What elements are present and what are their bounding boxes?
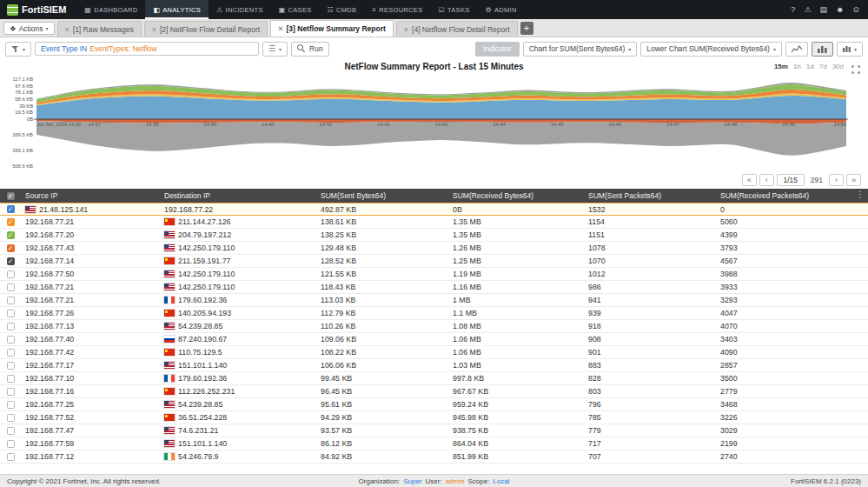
chart-controls: Indicator Chart for SUM(Sent Bytes64) ▾ … [475, 42, 863, 57]
preset-15m[interactable]: 15m [774, 63, 788, 70]
nav-item-cases[interactable]: ▣CASES [271, 0, 320, 19]
col-destination-ip[interactable]: Destination IP [160, 189, 316, 203]
table-row[interactable]: 192.168.77.26140.205.94.193112.79 KB1.1 … [0, 307, 868, 320]
row-checkbox[interactable] [7, 427, 15, 435]
preset-1h[interactable]: 1h [793, 63, 801, 70]
table-row[interactable]: 192.168.77.17151.101.1.140106.06 KB1.03 … [0, 359, 868, 372]
first-page-button[interactable]: « [742, 174, 757, 186]
run-button[interactable]: Run [291, 42, 329, 57]
table-row[interactable]: ✓192.168.77.21211.144.27.126138.61 KB1.3… [0, 216, 868, 229]
table-row[interactable]: 192.168.77.21142.250.179.110118.43 KB1.1… [0, 281, 868, 294]
row-checkbox[interactable]: ✓ [7, 205, 15, 213]
chart-options-button[interactable]: ▾ [837, 42, 863, 57]
add-tab-button[interactable]: + [520, 22, 533, 35]
nav-item-analytics[interactable]: ◧ANALYTICS [145, 0, 209, 19]
row-checkbox[interactable] [7, 440, 15, 448]
row-checkbox[interactable] [7, 375, 15, 383]
row-checkbox[interactable] [7, 284, 15, 291]
tab-4[interactable]: ×[4] Netflow Flow Detail Report [396, 21, 518, 37]
query-input[interactable]: Event Type IN EventTypes: Netflow [35, 42, 259, 56]
row-checkbox[interactable] [7, 270, 15, 278]
nav-item-dashboard[interactable]: ▦DASHBOARD [76, 0, 145, 19]
preset-7d[interactable]: 7d [819, 63, 827, 70]
next-page-button[interactable]: › [829, 174, 844, 186]
table-row[interactable]: 192.168.77.16112.226.252.23196.45 KB967.… [0, 385, 868, 398]
table-row[interactable]: 192.168.77.21179.60.192.36113.03 KB1 MB9… [0, 294, 868, 307]
power-icon[interactable]: ⊙ [852, 5, 859, 14]
org-value[interactable]: Super [403, 477, 421, 485]
chart-area[interactable]: 117.1 KB97.6 KB78.1 KB58.6 KB39 KB19.5 K… [0, 74, 868, 171]
table-row[interactable]: 192.168.77.5236.51.254.22894.29 KB945.98… [0, 411, 868, 424]
prev-page-button[interactable]: ‹ [759, 174, 774, 186]
row-checkbox[interactable]: ✓ [7, 218, 15, 226]
select-all-checkbox[interactable]: ✓ [7, 192, 15, 200]
close-tab-icon[interactable]: × [65, 25, 70, 34]
table-row[interactable]: ✓192.168.77.43142.250.179.110129.48 KB1.… [0, 242, 868, 255]
row-checkbox[interactable] [7, 388, 15, 396]
col-received-bytes[interactable]: SUM(Received Bytes64) [448, 189, 584, 203]
line-chart-button[interactable] [785, 42, 808, 57]
actions-button[interactable]: ❖ Actions ▾ [3, 22, 55, 35]
col-sent-packets[interactable]: SUM(Sent Packets64) [584, 189, 716, 203]
help-icon[interactable]: ? [791, 5, 795, 14]
close-tab-icon[interactable]: × [278, 24, 282, 33]
row-checkbox[interactable] [7, 453, 15, 461]
user-icon[interactable]: ☻ [836, 5, 844, 14]
row-checkbox[interactable] [7, 323, 15, 330]
col-source-ip[interactable]: Source IP [21, 189, 160, 203]
table-row[interactable]: 192.168.77.1354.239.28.85110.26 KB1.08 M… [0, 320, 868, 333]
col-received-packets[interactable]: SUM(Received Packets64) [716, 189, 868, 203]
scope-value[interactable]: Local [493, 477, 509, 485]
tab-2[interactable]: ×[2] NetFlow Flow Detail Report [144, 21, 268, 37]
tab-1[interactable]: ×[1] Raw Messages [57, 21, 142, 37]
table-row[interactable]: ✓192.168.77.14211.159.191.77128.52 KB1.2… [0, 255, 868, 268]
table-row[interactable]: 192.168.77.1254.246.79.984.92 KB851.99 K… [0, 450, 868, 464]
lower-chart-select[interactable]: Lower Chart SUM(Received Bytes64) ▾ [640, 42, 782, 57]
nav-item-cmdb[interactable]: ☷CMDB [320, 0, 365, 19]
table-row[interactable]: 192.168.77.10179.60.192.3699.45 KB997.8 … [0, 372, 868, 385]
column-options-icon[interactable]: ⋮ [856, 190, 865, 199]
table-row[interactable]: 192.168.77.59151.101.1.14086.12 KB864.04… [0, 437, 868, 450]
table-row[interactable]: ✓21.48.125.141192.168.77.22492.87 KB0B15… [0, 203, 868, 216]
preset-1d[interactable]: 1d [806, 63, 814, 70]
preset-30d[interactable]: 30d [832, 63, 844, 70]
row-checkbox[interactable] [7, 349, 15, 357]
row-checkbox[interactable]: ✓ [7, 257, 15, 265]
table-row[interactable]: 192.168.77.4774.6.231.2193.57 KB938.75 K… [0, 424, 868, 437]
alert-icon[interactable]: ⚠ [804, 5, 811, 14]
row-checkbox[interactable]: ✓ [7, 244, 15, 252]
close-tab-icon[interactable]: × [404, 25, 408, 34]
row-checkbox[interactable] [7, 310, 15, 317]
close-tab-icon[interactable]: × [152, 25, 156, 34]
col-sent-bytes[interactable]: SUM(Sent Bytes64) [316, 189, 448, 203]
table-row[interactable]: ✓192.168.77.20204.79.197.212138.25 KB1.3… [0, 229, 868, 242]
last-page-button[interactable]: » [846, 174, 861, 186]
row-checkbox[interactable] [7, 401, 15, 409]
chevron-down-icon: ▾ [628, 46, 631, 52]
apps-icon[interactable]: ▤ [819, 5, 827, 14]
recv-packets-cell: 4070 [716, 320, 868, 332]
bar-chart-button[interactable] [812, 42, 833, 57]
nav-item-resources[interactable]: ≡RESOURCES [364, 0, 430, 19]
row-checkbox[interactable] [7, 297, 15, 304]
row-checkbox[interactable] [7, 336, 15, 344]
display-fields-button[interactable]: ☰ ▾ [262, 42, 288, 57]
x-tick: 14:41 [320, 122, 333, 127]
nav-item-incidents[interactable]: ⚠INCIDENTS [209, 0, 271, 19]
nav-item-tasks[interactable]: ☑TASKS [430, 0, 477, 19]
nav-item-admin[interactable]: ⚙ADMIN [478, 0, 525, 19]
table-row[interactable]: 192.168.77.2554.239.28.8595.61 KB959.24 … [0, 398, 868, 411]
row-checkbox[interactable] [7, 362, 15, 370]
table-row[interactable]: 192.168.77.42110.75.129.5108.22 KB1.06 M… [0, 346, 868, 359]
upper-chart-select[interactable]: Chart for SUM(Sent Bytes64) ▾ [523, 42, 638, 57]
page-indicator[interactable]: 1/15 [777, 174, 805, 186]
brand-logo[interactable]: FortiSIEM [0, 4, 76, 16]
filter-menu-button[interactable]: ▾ [5, 42, 31, 57]
table-row[interactable]: 192.168.77.50142.250.179.110121.55 KB1.1… [0, 268, 868, 281]
user-value[interactable]: admin [446, 477, 465, 485]
row-checkbox[interactable] [7, 414, 15, 422]
row-checkbox[interactable]: ✓ [7, 231, 15, 239]
tab-3[interactable]: ×[3] Netflow Summary Report [270, 20, 394, 37]
table-row[interactable]: 192.168.77.4087.240.190.67109.06 KB1.06 … [0, 333, 868, 346]
fullscreen-icon[interactable] [851, 62, 860, 77]
